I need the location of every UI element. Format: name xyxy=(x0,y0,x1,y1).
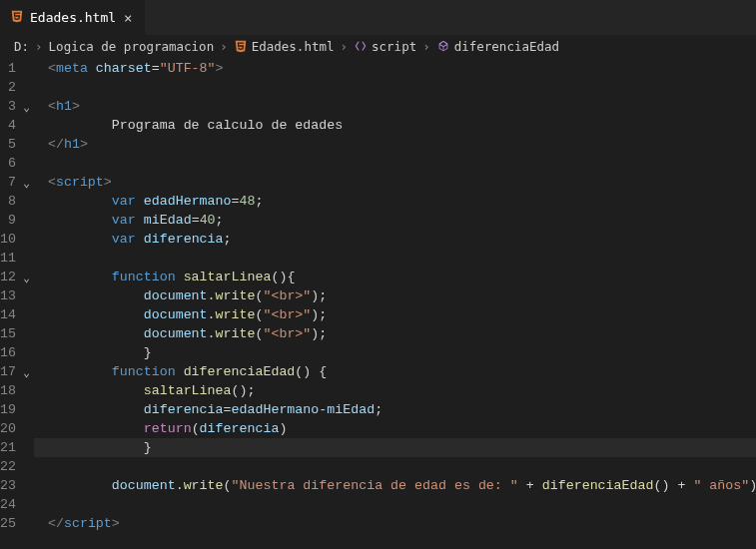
line-number: 4 xyxy=(0,116,16,135)
chevron-right-icon: › xyxy=(422,39,430,54)
line-number: 19 xyxy=(0,400,16,419)
line-number: 8 xyxy=(0,192,16,211)
line-number: 18 xyxy=(0,381,16,400)
line-number: 1 xyxy=(0,59,16,78)
tab-bar: Edades.html × xyxy=(0,0,756,35)
fold-chevron-icon[interactable]: ⌄ xyxy=(23,175,30,194)
code-content[interactable]: <meta charset="UTF-8"> <h1> Programa de … xyxy=(34,57,756,533)
line-number: 6 xyxy=(0,154,16,173)
breadcrumb-function[interactable]: diferenciaEdad xyxy=(436,39,559,54)
line-number: 21 xyxy=(0,438,16,457)
symbol-script-icon xyxy=(354,39,368,53)
code-line[interactable]: document.write("<br>"); xyxy=(48,286,756,305)
fold-chevron-icon[interactable]: ⌄ xyxy=(23,364,30,383)
fold-chevron-icon[interactable]: ⌄ xyxy=(23,270,30,288)
breadcrumbs: D: › Logica de programacion › Edades.htm… xyxy=(0,35,756,57)
line-number: 15 xyxy=(0,324,16,343)
symbol-method-icon xyxy=(436,39,450,53)
line-number: 12⌄ xyxy=(0,268,16,286)
chevron-right-icon: › xyxy=(35,39,43,54)
chevron-right-icon: › xyxy=(341,39,349,54)
line-number: 7⌄ xyxy=(0,173,16,192)
chevron-right-icon: › xyxy=(220,39,228,54)
line-number: 17⌄ xyxy=(0,362,16,381)
line-number: 22 xyxy=(0,457,16,476)
code-line[interactable] xyxy=(48,495,756,514)
code-line[interactable] xyxy=(48,457,756,476)
code-line[interactable]: } xyxy=(34,438,756,457)
line-number: 10 xyxy=(0,230,16,249)
html-file-icon xyxy=(10,9,24,26)
tab-filename: Edades.html xyxy=(30,10,116,25)
code-line[interactable]: var diferencia; xyxy=(48,230,756,249)
code-line[interactable]: return(diferencia) xyxy=(48,419,756,438)
line-number: 23 xyxy=(0,476,16,495)
line-number: 25 xyxy=(0,514,16,533)
line-number: 2 xyxy=(0,78,16,97)
code-line[interactable] xyxy=(48,249,756,268)
code-editor[interactable]: 123⌄4567⌄89101112⌄1314151617⌄18192021222… xyxy=(0,57,756,533)
line-number: 13 xyxy=(0,286,16,305)
code-line[interactable]: } xyxy=(48,343,756,362)
code-line[interactable]: document.write("Nuestra diferencia de ed… xyxy=(48,476,756,495)
code-line[interactable]: function saltarLinea(){ xyxy=(48,268,756,286)
line-number: 24 xyxy=(0,495,16,514)
code-line[interactable]: </script> xyxy=(48,514,756,533)
breadcrumb-folder[interactable]: Logica de programacion xyxy=(49,39,215,54)
code-line[interactable]: function diferenciaEdad() { xyxy=(48,362,756,381)
code-line[interactable]: saltarLinea(); xyxy=(48,381,756,400)
html-file-icon xyxy=(234,39,248,53)
line-number: 11 xyxy=(0,249,16,268)
close-icon[interactable]: × xyxy=(122,10,134,26)
line-number: 14 xyxy=(0,305,16,324)
line-number: 3⌄ xyxy=(0,97,16,116)
code-line[interactable]: var edadHermano=48; xyxy=(48,192,756,211)
line-number-gutter: 123⌄4567⌄89101112⌄1314151617⌄18192021222… xyxy=(0,57,34,533)
code-line[interactable]: </h1> xyxy=(48,135,756,154)
fold-chevron-icon[interactable]: ⌄ xyxy=(23,99,30,118)
code-line[interactable]: document.write("<br>"); xyxy=(48,305,756,324)
code-line[interactable] xyxy=(48,78,756,97)
breadcrumb-script[interactable]: script xyxy=(354,39,416,54)
line-number: 20 xyxy=(0,419,16,438)
code-line[interactable]: document.write("<br>"); xyxy=(48,324,756,343)
code-line[interactable]: <h1> xyxy=(48,97,756,116)
tab-active[interactable]: Edades.html × xyxy=(0,0,146,35)
code-line[interactable]: diferencia=edadHermano-miEdad; xyxy=(48,400,756,419)
code-line[interactable]: <script> xyxy=(48,173,756,192)
line-number: 5 xyxy=(0,135,16,154)
code-line[interactable]: Programa de calculo de edades xyxy=(48,116,756,135)
code-line[interactable]: var miEdad=40; xyxy=(48,211,756,230)
breadcrumb-file[interactable]: Edades.html xyxy=(234,39,335,54)
line-number: 9 xyxy=(0,211,16,230)
line-number: 16 xyxy=(0,343,16,362)
code-line[interactable] xyxy=(48,154,756,173)
breadcrumb-root[interactable]: D: xyxy=(14,39,29,54)
code-line[interactable]: <meta charset="UTF-8"> xyxy=(48,59,756,78)
